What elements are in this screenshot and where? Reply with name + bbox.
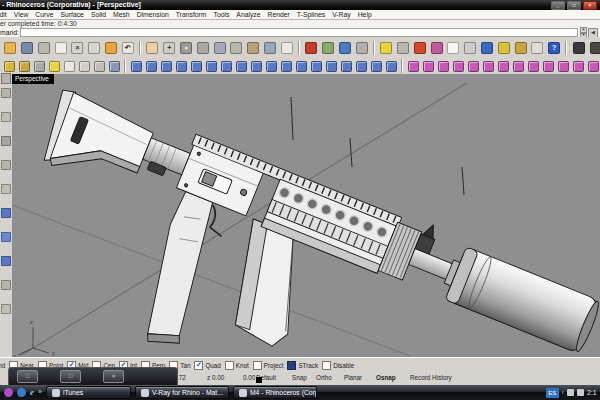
status-pane-record-history[interactable]: Record History (410, 374, 452, 381)
command-input[interactable] (20, 28, 578, 37)
zoom-extents-icon[interactable] (229, 40, 244, 55)
maximize-button[interactable]: □ (567, 1, 581, 10)
point-cloud-icon[interactable] (17, 60, 31, 73)
tspline-edit-tool-icon[interactable] (481, 60, 495, 73)
layer-pane[interactable]: Default (256, 374, 276, 381)
tspline-solid-tool-icon[interactable] (384, 60, 398, 73)
taskbar-button-2[interactable]: V-Ray for Rhino - Mat... (135, 386, 229, 399)
tspline-edit-tool-icon[interactable] (451, 60, 465, 73)
open-file-icon[interactable] (3, 40, 18, 55)
ring-tool-icon[interactable] (92, 60, 106, 73)
osnap-toggle-end[interactable]: End (0, 361, 5, 370)
menu-item-surface[interactable]: Surface (60, 11, 83, 18)
diamond-tool-icon[interactable] (62, 60, 76, 73)
tspline-edit-tool-icon[interactable] (556, 60, 570, 73)
tspline-solid-tool-icon[interactable] (309, 60, 323, 73)
tspline-solid-tool-icon[interactable] (354, 60, 368, 73)
checkbox-quad[interactable]: ✓ (194, 361, 203, 370)
messenger-icon[interactable] (17, 388, 26, 397)
earth-icon[interactable] (480, 40, 495, 55)
osnap-toggle-quad[interactable]: ✓Quad (194, 361, 220, 370)
spin-view-icon[interactable] (354, 40, 369, 55)
side-tool-icon[interactable] (1, 160, 11, 170)
cut-icon[interactable]: × (70, 40, 85, 55)
lightbulb-icon[interactable] (379, 40, 394, 55)
close-button[interactable]: × (103, 370, 124, 383)
pointer-icon[interactable] (530, 40, 545, 55)
shaded-view-icon[interactable] (321, 40, 336, 55)
close-button[interactable]: × (583, 1, 597, 10)
checkbox-strack[interactable] (287, 361, 296, 370)
side-tool-icon[interactable] (1, 232, 11, 242)
tspline-solid-tool-icon[interactable] (279, 60, 293, 73)
tspline-edit-tool-icon[interactable] (526, 60, 540, 73)
tspline-edit-tool-icon[interactable] (586, 60, 600, 73)
tspline-solid-tool-icon[interactable] (144, 60, 158, 73)
viewport-title-tab[interactable]: Perspective (12, 74, 54, 84)
side-tool-icon[interactable] (1, 280, 11, 290)
star-tool-icon[interactable] (47, 60, 61, 73)
tspline-edit-tool-icon[interactable] (466, 60, 480, 73)
save-icon[interactable] (20, 40, 35, 55)
menu-item-transform[interactable]: Transform (176, 11, 207, 18)
osnap-toggle-strack[interactable]: STrack (287, 361, 318, 370)
side-tool-icon[interactable] (1, 208, 11, 218)
tspline-solid-tool-icon[interactable] (189, 60, 203, 73)
copy-icon[interactable] (87, 40, 102, 55)
menu-item-curve[interactable]: Curve (35, 11, 53, 18)
tspline-solid-tool-icon[interactable] (249, 60, 263, 73)
grid-table-icon[interactable] (279, 40, 294, 55)
tspline-edit-tool-icon[interactable] (496, 60, 510, 73)
menu-item-dimension[interactable]: Dimension (137, 11, 169, 18)
menu-item-t-splines[interactable]: T-Splines (297, 11, 325, 18)
checkbox-disable[interactable] (322, 361, 331, 370)
help-icon[interactable]: ? (547, 40, 562, 55)
tspline-solid-tool-icon[interactable] (294, 60, 308, 73)
sphere-tool-icon[interactable] (32, 60, 46, 73)
rotate-view-icon[interactable] (246, 40, 261, 55)
tspline-edit-tool-icon[interactable] (571, 60, 585, 73)
side-tool-icon[interactable] (1, 184, 11, 194)
side-tool-icon[interactable] (1, 256, 11, 266)
toolbar-overflow-icon[interactable]: » (38, 388, 42, 397)
internet-explorer-icon[interactable]: e (30, 388, 34, 397)
tspline-edit-tool-icon[interactable] (436, 60, 450, 73)
tspline-solid-tool-icon[interactable] (369, 60, 383, 73)
texture-slot-icon[interactable] (571, 40, 586, 55)
vray-material-icon[interactable] (413, 40, 428, 55)
menu-item-render[interactable]: Render (268, 11, 290, 18)
tray-display-icon[interactable] (567, 389, 574, 396)
status-pane-ortho[interactable]: Ortho (316, 374, 332, 381)
menu-item-edit[interactable]: Edit (0, 11, 7, 18)
osnap-toggle-knot[interactable]: Knot (225, 361, 249, 370)
checkbox-knot[interactable] (225, 361, 234, 370)
tspline-solid-tool-icon[interactable] (129, 60, 143, 73)
tray-network-icon[interactable] (577, 389, 584, 396)
print-icon[interactable] (37, 40, 52, 55)
move-icon[interactable]: + (162, 40, 177, 55)
vray-render-icon[interactable] (304, 40, 319, 55)
tspline-solid-tool-icon[interactable] (339, 60, 353, 73)
point-tool-icon[interactable] (2, 60, 16, 73)
menu-item-view[interactable]: View (14, 11, 29, 18)
tspline-solid-tool-icon[interactable] (264, 60, 278, 73)
side-tool-icon[interactable] (1, 88, 11, 98)
restore-button[interactable]: □ (17, 370, 38, 383)
tspline-solid-tool-icon[interactable] (324, 60, 338, 73)
tspline-solid-tool-icon[interactable] (159, 60, 173, 73)
perspective-viewport[interactable]: Perspective z x y (12, 74, 600, 357)
undo-icon[interactable]: ↶ (120, 40, 135, 55)
taskbar-button-1[interactable]: iTunes (46, 386, 131, 399)
tspline-edit-tool-icon[interactable] (421, 60, 435, 73)
status-pane-planar[interactable]: Planar (344, 374, 362, 381)
pan-hand-icon[interactable] (145, 40, 160, 55)
dashed-circle-icon[interactable] (463, 40, 478, 55)
paste-icon[interactable] (104, 40, 119, 55)
lock-icon[interactable] (396, 40, 411, 55)
viewport-corner-icon[interactable] (1, 73, 11, 84)
command-popup-button[interactable]: ◀ (588, 28, 598, 38)
maximize-button[interactable]: □ (60, 370, 81, 383)
zoom-selected-icon[interactable] (262, 40, 277, 55)
tspline-solid-tool-icon[interactable] (219, 60, 233, 73)
osnap-toggle-disable[interactable]: Disable (322, 361, 354, 370)
